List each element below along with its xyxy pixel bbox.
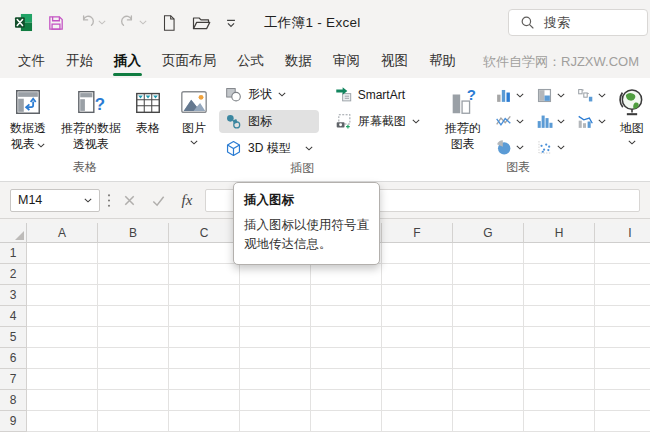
- tab-review[interactable]: 审阅: [333, 45, 360, 78]
- table-button[interactable]: 表格: [128, 83, 168, 139]
- grid-cell[interactable]: [382, 306, 453, 327]
- grid-cell[interactable]: [169, 306, 240, 327]
- insert-combo-chart-button[interactable]: [575, 111, 608, 132]
- grid-cell[interactable]: [595, 348, 650, 369]
- grid-cell[interactable]: [98, 327, 169, 348]
- column-header-c[interactable]: C: [169, 223, 240, 243]
- grid-cell[interactable]: [27, 285, 98, 306]
- grid-cell[interactable]: [382, 390, 453, 411]
- grid-cell[interactable]: [169, 369, 240, 390]
- grid-cell[interactable]: [98, 264, 169, 285]
- grid-cell[interactable]: [27, 243, 98, 264]
- recommended-charts-button[interactable]: 推荐的图表: [437, 83, 489, 154]
- grid-cell[interactable]: [524, 390, 595, 411]
- row-header[interactable]: 8: [0, 390, 27, 411]
- grid-cell[interactable]: [169, 411, 240, 432]
- grid-cell[interactable]: [453, 348, 524, 369]
- grid-cell[interactable]: [98, 285, 169, 306]
- grid-cell[interactable]: [169, 243, 240, 264]
- grid-cell[interactable]: [169, 390, 240, 411]
- grid-cell[interactable]: [169, 264, 240, 285]
- grid-cell[interactable]: [595, 285, 650, 306]
- insert-scatter-chart-button[interactable]: [534, 137, 567, 158]
- grid-cell[interactable]: [240, 411, 311, 432]
- grid-cell[interactable]: [240, 390, 311, 411]
- grid-cell[interactable]: [595, 327, 650, 348]
- grid-cell[interactable]: [98, 243, 169, 264]
- grid-cell[interactable]: [311, 285, 382, 306]
- grid-cell[interactable]: [311, 390, 382, 411]
- column-header-g[interactable]: G: [453, 223, 524, 243]
- grid-cell[interactable]: [27, 306, 98, 327]
- grid-cell[interactable]: [27, 411, 98, 432]
- grid-cell[interactable]: [382, 348, 453, 369]
- screenshot-button[interactable]: 屏幕截图: [329, 110, 426, 133]
- tab-home[interactable]: 开始: [66, 45, 93, 78]
- name-box[interactable]: M14: [10, 189, 100, 212]
- tab-page-layout[interactable]: 页面布局: [162, 45, 216, 78]
- grid-cell[interactable]: [311, 348, 382, 369]
- column-header-a[interactable]: A: [27, 223, 98, 243]
- grid-cell[interactable]: [311, 411, 382, 432]
- row-header[interactable]: 5: [0, 327, 27, 348]
- column-header-i[interactable]: I: [595, 223, 650, 243]
- tab-help[interactable]: 帮助: [429, 45, 456, 78]
- grid-cell[interactable]: [453, 411, 524, 432]
- new-file-button[interactable]: [160, 14, 178, 32]
- smartart-button[interactable]: SmartArt: [329, 83, 426, 106]
- grid-cell[interactable]: [453, 390, 524, 411]
- undo-button[interactable]: [78, 14, 106, 32]
- grid-cell[interactable]: [595, 369, 650, 390]
- save-button[interactable]: [47, 14, 65, 32]
- grid-cell[interactable]: [27, 390, 98, 411]
- grid-cell[interactable]: [311, 327, 382, 348]
- grid-cell[interactable]: [524, 264, 595, 285]
- grid-cell[interactable]: [27, 264, 98, 285]
- grid-cell[interactable]: [524, 348, 595, 369]
- 3d-models-button[interactable]: 3D 模型: [219, 137, 319, 160]
- grid-cell[interactable]: [382, 369, 453, 390]
- grid-cell[interactable]: [524, 285, 595, 306]
- row-header[interactable]: 9: [0, 411, 27, 432]
- insert-hierarchy-chart-button[interactable]: [534, 85, 567, 106]
- grid-cell[interactable]: [595, 390, 650, 411]
- grid-cell[interactable]: [453, 243, 524, 264]
- grid-cell[interactable]: [382, 285, 453, 306]
- grid-cell[interactable]: [240, 306, 311, 327]
- grid-cell[interactable]: [524, 369, 595, 390]
- insert-line-chart-button[interactable]: [493, 111, 526, 132]
- insert-column-chart-button[interactable]: [493, 85, 526, 106]
- row-header[interactable]: 3: [0, 285, 27, 306]
- column-header-h[interactable]: H: [524, 223, 595, 243]
- recommended-pivottables-button[interactable]: 推荐的数据透视表: [54, 83, 128, 154]
- grid-cell[interactable]: [595, 306, 650, 327]
- select-all-corner[interactable]: [0, 223, 27, 243]
- grid-cell[interactable]: [382, 327, 453, 348]
- maps-button[interactable]: 地图: [612, 83, 650, 147]
- grid-cell[interactable]: [453, 306, 524, 327]
- icons-button[interactable]: 图标: [219, 110, 319, 133]
- grid-cell[interactable]: [453, 327, 524, 348]
- column-header-b[interactable]: B: [98, 223, 169, 243]
- grid-cell[interactable]: [595, 264, 650, 285]
- column-header-f[interactable]: F: [382, 223, 453, 243]
- grid-cell[interactable]: [453, 369, 524, 390]
- tab-formulas[interactable]: 公式: [237, 45, 264, 78]
- insert-statistic-chart-button[interactable]: [534, 111, 567, 132]
- redo-button[interactable]: [119, 14, 147, 32]
- grid-cell[interactable]: [240, 264, 311, 285]
- grid-cell[interactable]: [240, 327, 311, 348]
- pivottable-button[interactable]: 数据透视表: [2, 83, 54, 154]
- grid-cell[interactable]: [453, 285, 524, 306]
- grid-cell[interactable]: [382, 243, 453, 264]
- grid-cell[interactable]: [382, 411, 453, 432]
- grid-cell[interactable]: [27, 369, 98, 390]
- grid-cell[interactable]: [240, 369, 311, 390]
- insert-waterfall-chart-button[interactable]: [575, 85, 608, 106]
- grid-cell[interactable]: [98, 411, 169, 432]
- open-file-button[interactable]: [191, 13, 211, 33]
- row-header[interactable]: 6: [0, 348, 27, 369]
- grid-cell[interactable]: [524, 411, 595, 432]
- grid-cell[interactable]: [595, 243, 650, 264]
- grid-cell[interactable]: [311, 264, 382, 285]
